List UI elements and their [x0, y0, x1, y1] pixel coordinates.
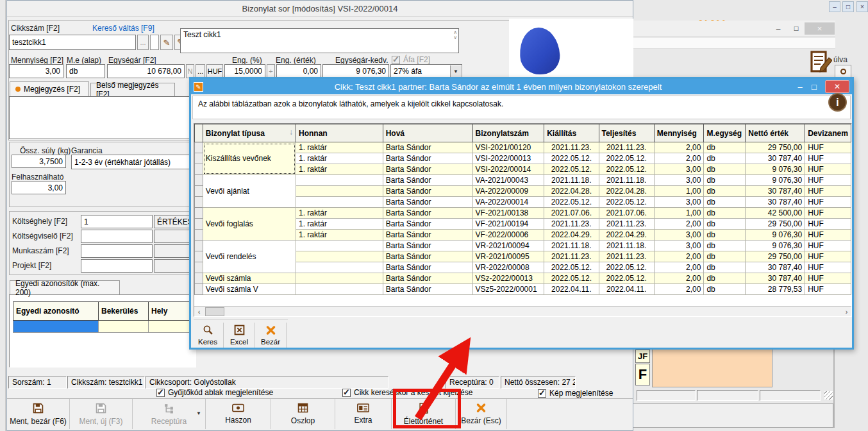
mennyiseg-input[interactable]: 3,00	[9, 64, 63, 78]
cell-teljesites[interactable]: 2022.04.29.	[599, 230, 654, 241]
cell-teljesites[interactable]: 2021.11.18.	[599, 241, 654, 251]
k-lts-gvisel-f2-input[interactable]	[81, 230, 153, 243]
cell-kiallitas[interactable]: 2021.11.18.	[544, 175, 599, 186]
row-selector[interactable]	[195, 219, 203, 230]
cell-kiallitas[interactable]: 2022.05.12.	[544, 164, 599, 175]
close-icon[interactable]: ✕	[825, 80, 849, 93]
cell-kiallitas[interactable]: 2022.04.11.	[544, 284, 599, 295]
cell-bizonylatszam[interactable]: VR-2021/00094	[472, 241, 544, 251]
cikkszam-input[interactable]: tesztcikk1	[9, 35, 136, 50]
kep-megjelenites-checkbox[interactable]: Kép megjelenítése	[538, 389, 613, 398]
cell-mennyiseg[interactable]: 2,00	[654, 284, 704, 295]
cell-teljesites[interactable]: 2022.05.12.	[599, 262, 654, 273]
doc-type-cell[interactable]: Vevői rendelés	[203, 241, 296, 273]
gyujtokod-checkbox[interactable]: Gyűjtőkód ablak megjelenítése	[156, 388, 273, 397]
cell-bizonylatszam[interactable]: VSz-2022/00013	[472, 273, 544, 284]
close-icon[interactable]: ×	[856, 1, 868, 12]
egyedi-cell-selected[interactable]	[13, 321, 99, 333]
row-selector[interactable]	[195, 241, 203, 251]
cell-honnan[interactable]: 1. raktár	[296, 208, 383, 219]
cell-netto[interactable]: 30 787,40	[746, 273, 805, 284]
cell-kiallitas[interactable]: 2022.05.12.	[544, 273, 599, 284]
kereso-valtas-link[interactable]: Kereső váltás [F9]	[92, 24, 154, 33]
currency-button[interactable]: HUF	[206, 64, 223, 78]
projekt-f2-input[interactable]	[81, 259, 153, 273]
keszlet-kijelzes-checkbox[interactable]: Cikk kereséskor a készlet kijelzése	[342, 388, 472, 397]
scroll-right-icon[interactable]: ›	[842, 307, 851, 316]
cell-netto[interactable]: 9 076,30	[746, 230, 805, 241]
cell-bizonylatszam[interactable]: VF-2021/00138	[472, 208, 544, 219]
cell-teljesites[interactable]: 2021.11.18.	[599, 175, 654, 186]
cell-devizanem[interactable]: HUF	[805, 164, 851, 175]
cell-teljesites[interactable]: 2021.11.23.	[599, 251, 654, 262]
cell-netto[interactable]: 30 787,40	[746, 186, 805, 197]
cell-netto[interactable]: 30 787,40	[746, 262, 805, 273]
scrollbar-thumb[interactable]	[205, 307, 224, 316]
cell-devizanem[interactable]: HUF	[805, 251, 851, 262]
egyedi-cell[interactable]	[98, 321, 149, 333]
column-header-bizonylatsz-m[interactable]: Bizonylatszám	[472, 124, 544, 142]
toolbar-button-extra[interactable]: Extra	[335, 399, 392, 429]
cell-netto[interactable]: 9 076,30	[746, 241, 805, 251]
close-icon[interactable]: ×	[805, 22, 835, 35]
column-header-ki-ll-t-s[interactable]: Kiállítás	[544, 124, 599, 142]
cell-mennyiseg[interactable]: 3,00	[654, 197, 704, 208]
cell-megyseg[interactable]: db	[704, 164, 746, 175]
column-header-mennyis-g[interactable]: Mennyiség	[654, 124, 704, 142]
cell-bizonylatszam[interactable]: VSI-2022/00014	[472, 164, 544, 175]
edit-document-icon[interactable]	[810, 50, 832, 74]
toolbar-button-lett-rt-net[interactable]: Élettörténet	[392, 399, 456, 429]
cell-honnan[interactable]	[296, 197, 383, 208]
camera-icon[interactable]	[835, 65, 851, 78]
edit-note-icon[interactable]: ✎	[160, 35, 173, 50]
scroll-left-icon[interactable]: ‹	[194, 307, 204, 316]
row-selector[interactable]	[195, 251, 203, 262]
cell-devizanem[interactable]: HUF	[805, 219, 851, 230]
cell-mennyiseg[interactable]: 3,00	[654, 164, 704, 175]
eng-pct-input[interactable]: 15,0000	[224, 64, 265, 78]
egyedi-header[interactable]: Bekerülés	[98, 301, 149, 321]
cell-kiallitas[interactable]: 2022.04.29.	[544, 230, 599, 241]
minimize-icon[interactable]: –	[829, 1, 840, 12]
cell-honnan[interactable]: 1. raktár	[296, 153, 383, 164]
cell-bizonylatszam[interactable]: VR-2021/00095	[472, 251, 544, 262]
spinner-arrows-icon[interactable]: ∧∨	[453, 30, 457, 40]
cell-teljesites[interactable]: 2021.11.23.	[599, 142, 654, 153]
blank-button[interactable]	[150, 35, 159, 50]
column-header-teljes-t-s[interactable]: Teljesítés	[599, 124, 654, 142]
doc-type-cell[interactable]: Vevői ajánlat	[203, 175, 296, 208]
doc-type-cell[interactable]: Kiszállítás vevőnek	[203, 142, 296, 175]
cell-hova[interactable]: Barta Sándor	[383, 251, 472, 262]
browse-button[interactable]: ...	[137, 35, 149, 50]
cell-netto[interactable]: 30 787,40	[746, 197, 805, 208]
cell-megyseg[interactable]: db	[704, 262, 746, 273]
cell-devizanem[interactable]: HUF	[805, 208, 851, 219]
cell-bizonylatszam[interactable]: VSz5-2022/00001	[472, 284, 544, 295]
ossz-suly-input[interactable]: 3,7500	[12, 155, 66, 168]
restore-icon[interactable]: □	[842, 1, 854, 12]
row-selector[interactable]	[195, 186, 203, 197]
doc-type-cell[interactable]: Vevői foglalás	[203, 208, 296, 241]
row-selector[interactable]	[195, 153, 203, 164]
toolbar-button-recept-ra[interactable]: Receptúra▼	[133, 399, 206, 429]
cell-hova[interactable]: Barta Sándor	[383, 241, 472, 251]
cell-devizanem[interactable]: HUF	[805, 186, 851, 197]
cell-devizanem[interactable]: HUF	[805, 175, 851, 186]
cell-devizanem[interactable]: HUF	[805, 241, 851, 251]
cell-netto[interactable]: 42 500,00	[746, 208, 805, 219]
cell-honnan[interactable]: 1. raktár	[296, 230, 383, 241]
cell-megyseg[interactable]: db	[704, 230, 746, 241]
cell-bizonylatszam[interactable]: VA-2022/00009	[472, 186, 544, 197]
row-selector[interactable]	[195, 164, 203, 175]
k-lts-ghely-f2-input[interactable]: 1	[81, 215, 153, 228]
cell-bizonylatszam[interactable]: VF-2022/00006	[472, 230, 544, 241]
cell-mennyiseg[interactable]: 2,00	[654, 273, 704, 284]
tab-megjegyzes[interactable]: Megjegyzés [F2]	[10, 81, 89, 96]
cell-megyseg[interactable]: db	[704, 197, 746, 208]
cell-kiallitas[interactable]: 2022.05.12.	[544, 197, 599, 208]
column-header-m-egys-g[interactable]: M.egység	[704, 124, 746, 142]
n-button[interactable]: N	[186, 64, 194, 78]
cell-megyseg[interactable]: db	[704, 208, 746, 219]
cell-mennyiseg[interactable]: 2,00	[654, 219, 704, 230]
cell-mennyiseg[interactable]: 1,00	[654, 208, 704, 219]
